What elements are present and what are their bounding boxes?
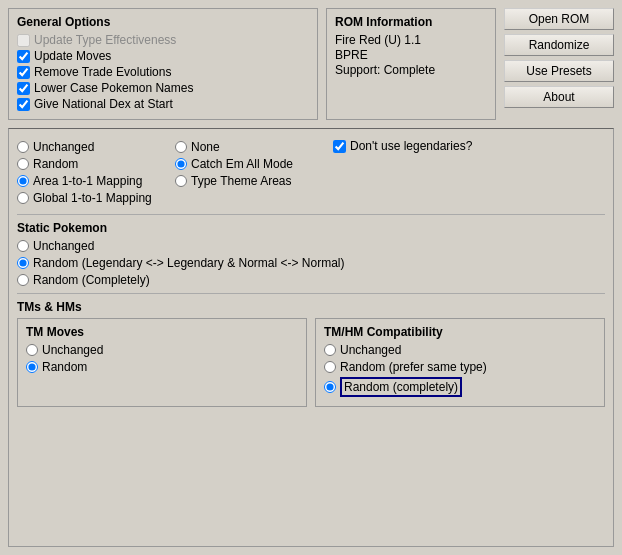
wild-col2: None Catch Em All Mode Type Theme Areas (175, 137, 325, 208)
update-type-label: Update Type Effectiveness (34, 33, 176, 47)
dont-use-legendaries-item: Don't use legendaries? (333, 139, 605, 153)
checkbox-update-moves: Update Moves (17, 49, 309, 63)
wild-area1to1-radio[interactable] (17, 175, 29, 187)
randomize-button[interactable]: Randomize (504, 34, 614, 56)
tm-random-radio[interactable] (26, 361, 38, 373)
tm-unchanged-item: Unchanged (26, 343, 298, 357)
wild-area1to1-item: Area 1-to-1 Mapping (17, 174, 167, 188)
tm-compat-title: TM/HM Compatibility (324, 325, 596, 339)
wild-type-theme-label: Type Theme Areas (191, 174, 292, 188)
tm-random-label: Random (42, 360, 87, 374)
give-national-label: Give National Dex at Start (34, 97, 173, 111)
rom-info-panel: ROM Information Fire Red (U) 1.1 BPRE Su… (326, 8, 496, 120)
tm-random-item: Random (26, 360, 298, 374)
sp-random-leg-item: Random (Legendary <-> Legendary & Normal… (17, 256, 605, 270)
wild-random-radio[interactable] (17, 158, 29, 170)
sp-random-leg-radio[interactable] (17, 257, 29, 269)
divider1 (17, 214, 605, 215)
action-buttons: Open ROM Randomize Use Presets About (504, 8, 614, 120)
checkbox-update-type: Update Type Effectiveness (17, 33, 309, 47)
sp-unchanged-radio[interactable] (17, 240, 29, 252)
wild-global1to1-radio[interactable] (17, 192, 29, 204)
wild-global1to1-label: Global 1-to-1 Mapping (33, 191, 152, 205)
checkbox-lower-case: Lower Case Pokemon Names (17, 81, 309, 95)
wild-catch-em-radio[interactable] (175, 158, 187, 170)
wild-area1to1-label: Area 1-to-1 Mapping (33, 174, 142, 188)
divider2 (17, 293, 605, 294)
wild-type-theme-radio[interactable] (175, 175, 187, 187)
tm-moves-box: TM Moves Unchanged Random (17, 318, 307, 407)
open-rom-button[interactable]: Open ROM (504, 8, 614, 30)
general-options-panel: General Options Update Type Effectivenes… (8, 8, 318, 120)
compat-random-comp-highlighted: Random (completely) (340, 377, 462, 397)
wild-type-theme-item: Type Theme Areas (175, 174, 325, 188)
tm-unchanged-label: Unchanged (42, 343, 103, 357)
compat-random-comp-label: Random (completely) (340, 377, 462, 397)
rom-line-1: Fire Red (U) 1.1 (335, 33, 487, 47)
sp-unchanged-label: Unchanged (33, 239, 94, 253)
wild-col3: Don't use legendaries? (333, 137, 605, 208)
about-button[interactable]: About (504, 86, 614, 108)
compat-unchanged-item: Unchanged (324, 343, 596, 357)
tms-inner: TM Moves Unchanged Random TM/HM Compatib… (17, 318, 605, 407)
compat-random-same-item: Random (prefer same type) (324, 360, 596, 374)
wild-none-item: None (175, 140, 325, 154)
wild-unchanged-label: Unchanged (33, 140, 94, 154)
tm-unchanged-radio[interactable] (26, 344, 38, 356)
tm-moves-title: TM Moves (26, 325, 298, 339)
top-section: General Options Update Type Effectivenes… (0, 0, 622, 128)
rom-line-2: BPRE (335, 48, 487, 62)
main-container: General Options Update Type Effectivenes… (0, 0, 622, 555)
remove-trade-checkbox[interactable] (17, 66, 30, 79)
sp-random-comp-radio[interactable] (17, 274, 29, 286)
sp-unchanged-item: Unchanged (17, 239, 605, 253)
scrollable-panel[interactable]: Unchanged Random Area 1-to-1 Mapping Glo… (8, 128, 614, 547)
rom-info-title: ROM Information (335, 15, 487, 29)
wild-catch-em-label: Catch Em All Mode (191, 157, 293, 171)
compat-random-same-label: Random (prefer same type) (340, 360, 487, 374)
update-moves-label: Update Moves (34, 49, 111, 63)
compat-random-same-radio[interactable] (324, 361, 336, 373)
dont-use-legendaries-label: Don't use legendaries? (350, 139, 472, 153)
update-type-checkbox[interactable] (17, 34, 30, 47)
wild-global1to1-item: Global 1-to-1 Mapping (17, 191, 167, 205)
wild-col1: Unchanged Random Area 1-to-1 Mapping Glo… (17, 137, 167, 208)
compat-random-comp-radio[interactable] (324, 381, 336, 393)
compat-unchanged-radio[interactable] (324, 344, 336, 356)
static-pokemon-title: Static Pokemon (17, 221, 605, 235)
sp-random-leg-label: Random (Legendary <-> Legendary & Normal… (33, 256, 344, 270)
checkbox-remove-trade: Remove Trade Evolutions (17, 65, 309, 79)
tms-hms-title: TMs & HMs (17, 300, 605, 314)
tm-compat-box: TM/HM Compatibility Unchanged Random (pr… (315, 318, 605, 407)
wild-catch-em-item: Catch Em All Mode (175, 157, 325, 171)
tms-hms-section: TMs & HMs TM Moves Unchanged Random (17, 300, 605, 407)
wild-pokemon-section: Unchanged Random Area 1-to-1 Mapping Glo… (17, 137, 605, 208)
dont-use-legendaries-checkbox[interactable] (333, 140, 346, 153)
rom-line-3: Support: Complete (335, 63, 487, 77)
wild-none-radio[interactable] (175, 141, 187, 153)
lower-case-checkbox[interactable] (17, 82, 30, 95)
compat-unchanged-label: Unchanged (340, 343, 401, 357)
wild-unchanged-radio[interactable] (17, 141, 29, 153)
static-pokemon-section: Static Pokemon Unchanged Random (Legenda… (17, 221, 605, 287)
checkbox-give-national: Give National Dex at Start (17, 97, 309, 111)
use-presets-button[interactable]: Use Presets (504, 60, 614, 82)
wild-unchanged-item: Unchanged (17, 140, 167, 154)
sp-random-comp-label: Random (Completely) (33, 273, 150, 287)
wild-none-label: None (191, 140, 220, 154)
wild-random-item: Random (17, 157, 167, 171)
general-options-title: General Options (17, 15, 309, 29)
wild-random-label: Random (33, 157, 78, 171)
lower-case-label: Lower Case Pokemon Names (34, 81, 193, 95)
compat-random-comp-item: Random (completely) (324, 377, 596, 397)
give-national-checkbox[interactable] (17, 98, 30, 111)
update-moves-checkbox[interactable] (17, 50, 30, 63)
remove-trade-label: Remove Trade Evolutions (34, 65, 171, 79)
sp-random-comp-item: Random (Completely) (17, 273, 605, 287)
